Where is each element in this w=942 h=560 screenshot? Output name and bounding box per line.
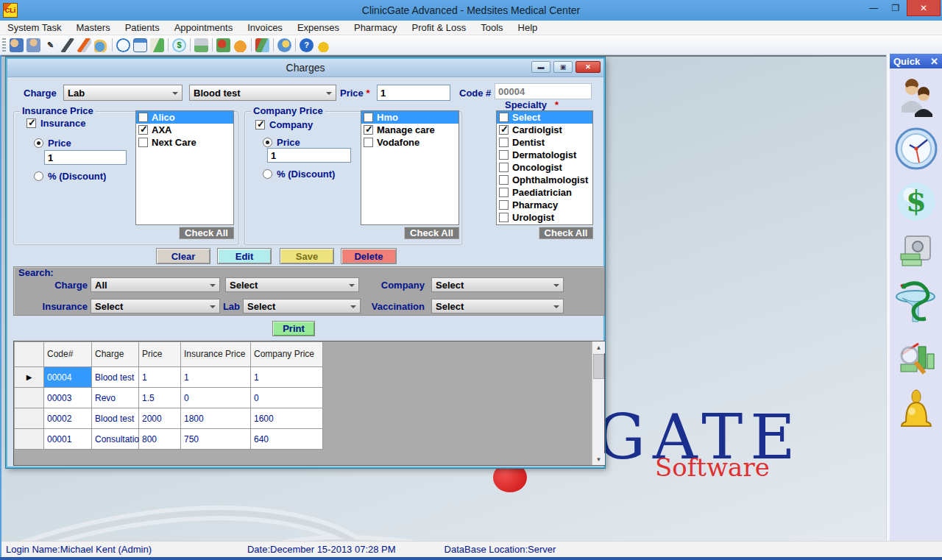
specialty-list-item[interactable]: Dermatologist <box>497 149 592 161</box>
insurance-discount-radio[interactable] <box>34 171 43 181</box>
reports-icon[interactable] <box>896 339 936 379</box>
insurance-price-input[interactable]: 1 <box>44 150 127 165</box>
menu-profit-loss[interactable]: Profit & Loss <box>405 21 474 35</box>
company-check-all-button[interactable]: Check All <box>404 227 459 239</box>
billing-dollar-icon[interactable]: $ <box>895 180 938 223</box>
menu-appointments[interactable]: Appointments <box>167 21 241 35</box>
search-company-select[interactable]: Select <box>431 277 564 292</box>
menu-invoices[interactable]: Invoices <box>240 21 290 35</box>
specialty-list-item[interactable]: Urologist <box>497 211 592 224</box>
grid-row[interactable]: ▶ 00004 Blood test 1 1 1 <box>15 367 323 388</box>
insurance-list-item[interactable]: Next Care <box>136 136 233 149</box>
insurance-checkbox[interactable] <box>26 118 36 128</box>
company-price-radio[interactable] <box>263 138 272 147</box>
company-discount-radio-row[interactable]: % (Discount) <box>263 169 335 180</box>
specialty-list-item[interactable]: Dentist <box>497 136 592 149</box>
specialty-list-item[interactable]: Oncologist <box>497 161 592 174</box>
company-list-item[interactable]: Vodafone <box>361 136 458 149</box>
dollar-coin-icon[interactable]: $ <box>172 38 186 52</box>
signature-icon[interactable]: ✎ <box>43 38 57 52</box>
calendar-icon[interactable] <box>133 38 147 52</box>
insurance-checkbox-row[interactable]: Insurance <box>26 118 85 129</box>
menu-expenses[interactable]: Expenses <box>290 21 347 35</box>
alarm-icon[interactable] <box>277 38 291 52</box>
insurance-list-item[interactable]: Alico <box>136 111 233 124</box>
marker-icon[interactable] <box>77 38 91 52</box>
menu-pharmacy[interactable]: Pharmacy <box>347 21 405 35</box>
column-price[interactable]: Price <box>139 342 181 367</box>
appointments-clock-icon[interactable] <box>895 127 938 170</box>
specialty-list-item[interactable]: Ophthalmologist <box>497 174 592 186</box>
specialty-list-item[interactable]: Cardiolgist <box>497 124 592 136</box>
specialty-check-all-button[interactable]: Check All <box>539 227 593 239</box>
charge-category-select[interactable]: Lab <box>63 85 183 101</box>
column-insurance-price[interactable]: Insurance Price <box>181 342 251 367</box>
specialty-list-item[interactable]: Pharmacy <box>497 199 592 211</box>
charges-dialog-titlebar[interactable]: Charges ▬ ▣ ✕ <box>7 59 603 77</box>
company-price-input[interactable]: 1 <box>267 148 351 163</box>
menu-patients[interactable]: Patients <box>118 21 167 35</box>
code-input[interactable]: 00004 <box>495 83 592 99</box>
menu-tools[interactable]: Tools <box>473 21 510 35</box>
column-company-price[interactable]: Company Price <box>251 342 323 367</box>
dialog-maximize-button[interactable]: ▣ <box>553 61 573 73</box>
charge-item-select[interactable]: Blood test <box>189 85 336 101</box>
company-list-item[interactable]: Hmo <box>361 111 458 124</box>
scroll-thumb[interactable] <box>593 354 604 379</box>
scroll-down-icon[interactable]: ▼ <box>592 453 605 465</box>
delete-button[interactable]: Delete <box>341 248 397 264</box>
grid-row[interactable]: 00003 Revo 1.5 0 0 <box>15 388 323 408</box>
menu-masters[interactable]: Masters <box>68 21 117 35</box>
patients-pair-icon[interactable] <box>10 38 24 52</box>
expenses-safe-icon[interactable] <box>898 233 935 270</box>
clear-button[interactable]: Clear <box>156 248 210 264</box>
save-button[interactable]: Save <box>280 248 334 264</box>
pharmacy-box-icon[interactable] <box>216 38 230 52</box>
clock-icon[interactable] <box>116 38 130 52</box>
dialog-close-button[interactable]: ✕ <box>576 61 601 73</box>
menu-system-task[interactable]: System Task <box>0 21 68 35</box>
insurance-check-all-button[interactable]: Check All <box>179 227 234 239</box>
company-discount-radio[interactable] <box>263 169 272 179</box>
grid-row[interactable]: 00001 Consultation 800 750 640 <box>15 429 323 450</box>
column-charge[interactable]: Charge <box>92 342 139 367</box>
column-code[interactable]: Code# <box>44 342 92 367</box>
invoice-money-icon[interactable] <box>150 38 164 52</box>
company-list-item[interactable]: Manage care <box>361 124 458 136</box>
grid-vertical-scrollbar[interactable]: ▲ ▼ <box>592 341 604 465</box>
insurance-price-radio-row[interactable]: Price <box>34 138 71 149</box>
price-input[interactable]: 1 <box>377 85 450 101</box>
paint-kit-icon[interactable] <box>94 38 108 52</box>
undo-arrow-icon[interactable] <box>233 38 247 52</box>
minimize-button[interactable]: — <box>863 0 885 16</box>
company-price-radio-row[interactable]: Price <box>263 137 300 148</box>
close-button[interactable]: ✕ <box>907 0 941 16</box>
report-chart-icon[interactable] <box>255 38 269 52</box>
patients-icon[interactable] <box>897 79 935 117</box>
company-checkbox[interactable] <box>255 120 265 130</box>
company-checkbox-row[interactable]: Company <box>255 119 313 130</box>
quick-panel-close-icon[interactable]: ✕ <box>930 56 938 67</box>
dialog-minimize-button[interactable]: ▬ <box>531 61 550 73</box>
insurance-price-radio[interactable] <box>34 138 43 148</box>
pharmacy-icon[interactable] <box>893 280 939 329</box>
search-insurance-select[interactable]: Select <box>91 299 220 313</box>
print-button[interactable]: Print <box>272 321 315 336</box>
maximize-button[interactable]: ❐ <box>885 0 907 16</box>
specialty-list-item[interactable]: Paediatrician <box>497 186 592 199</box>
safe-icon[interactable] <box>194 38 208 52</box>
grid-row[interactable]: 00002 Blood test 2000 1800 1600 <box>15 408 323 429</box>
row-selector-marker[interactable]: ▶ <box>15 367 44 388</box>
menu-help[interactable]: Help <box>511 21 545 35</box>
help-icon[interactable]: ? <box>300 38 314 52</box>
search-charge-item-select[interactable]: Select <box>225 277 359 292</box>
microscope-icon[interactable] <box>60 38 74 52</box>
specialty-list-item[interactable]: Select <box>497 111 592 124</box>
search-vaccination-select[interactable]: Select <box>431 299 564 313</box>
reminder-bell-icon[interactable] <box>899 389 934 435</box>
insurance-discount-radio-row[interactable]: % (Discount) <box>34 171 106 182</box>
patient-icon[interactable] <box>26 38 40 52</box>
scroll-up-icon[interactable]: ▲ <box>592 341 605 353</box>
bell-icon[interactable] <box>316 38 330 52</box>
search-charge-select[interactable]: All <box>91 277 220 292</box>
